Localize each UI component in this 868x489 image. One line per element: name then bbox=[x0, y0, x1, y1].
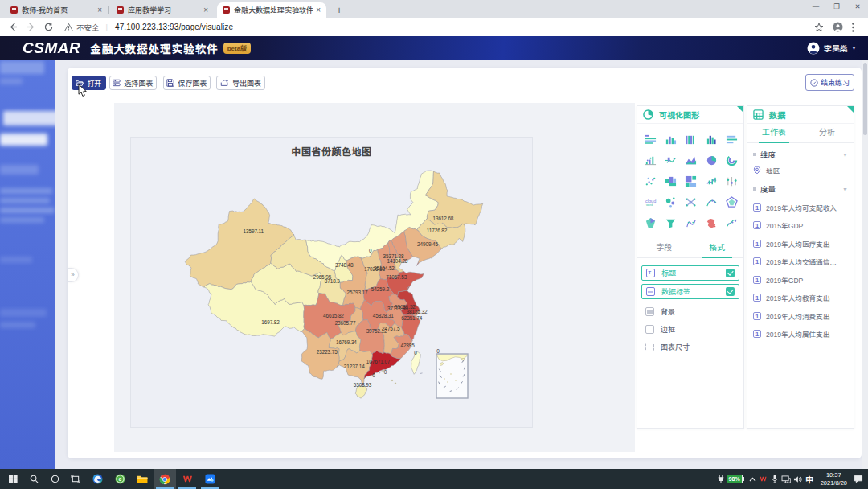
scatter-plot-icon[interactable] bbox=[641, 171, 661, 191]
tray-expand-icon[interactable] bbox=[747, 469, 758, 489]
scrollbar-thumb[interactable] bbox=[863, 63, 867, 135]
measure-item[interactable]: 12019年GDP bbox=[753, 273, 848, 286]
format-item-title[interactable]: T 标题 bbox=[641, 265, 739, 281]
sidebar-menu-item[interactable] bbox=[0, 322, 35, 328]
measure-item[interactable]: 12019年人均交通通信… bbox=[753, 255, 848, 267]
bar-line-icon[interactable] bbox=[702, 171, 722, 191]
taskbar-clock[interactable]: 10:37 2021/8/20 bbox=[821, 471, 847, 487]
browser-tab-3-active[interactable]: 金融大数据处理实验软件 × bbox=[217, 2, 326, 18]
speaker-icon[interactable] bbox=[792, 469, 803, 489]
browser-tab-1[interactable]: 教师-我的首页 × bbox=[5, 2, 108, 18]
user-menu[interactable]: 李昊燊 ▼ bbox=[807, 42, 857, 55]
sidebar-menu-item[interactable] bbox=[0, 198, 50, 203]
measure-item[interactable]: 12019年人均居住支出 bbox=[753, 327, 848, 339]
left-sidebar[interactable] bbox=[0, 60, 55, 469]
bookmark-star-icon[interactable] bbox=[814, 23, 824, 32]
window-close-button[interactable]: ✕ bbox=[847, 0, 868, 15]
sidebar-menu-item[interactable] bbox=[0, 165, 39, 175]
measure-item[interactable]: 12019年人均医疗支出 bbox=[753, 237, 848, 249]
format-item-border[interactable]: 边框 bbox=[641, 322, 739, 337]
measure-item[interactable]: 12019年人均教育支出 bbox=[753, 291, 848, 303]
curve-scatter-icon[interactable] bbox=[702, 191, 722, 212]
format-item-datalabel[interactable]: 数据标签 bbox=[641, 284, 739, 299]
profile-icon[interactable] bbox=[833, 22, 843, 32]
menu-dots-icon[interactable] bbox=[852, 23, 854, 32]
edge-icon[interactable] bbox=[86, 469, 108, 489]
sidebar-collapse-toggle[interactable]: » bbox=[68, 268, 79, 282]
select-chart-button[interactable]: 选择图表 bbox=[109, 76, 157, 90]
graph-network-icon[interactable] bbox=[681, 191, 701, 212]
donut-gauge-icon[interactable] bbox=[722, 150, 742, 171]
open-button[interactable]: 打开 bbox=[72, 76, 106, 90]
ime-indicator[interactable]: 中 bbox=[804, 469, 816, 489]
reload-icon[interactable] bbox=[44, 23, 53, 31]
sidebar-menu-item[interactable] bbox=[0, 257, 32, 263]
checkbox-checked-icon[interactable] bbox=[726, 269, 735, 277]
panel-fold-icon[interactable] bbox=[847, 106, 854, 113]
security-chip[interactable]: 不安全 | bbox=[64, 22, 108, 33]
format-item-chartsize[interactable]: 图表尺寸 bbox=[641, 339, 739, 355]
back-icon[interactable] bbox=[9, 23, 18, 31]
range-chart-icon[interactable] bbox=[661, 150, 681, 171]
histogram-icon[interactable] bbox=[702, 129, 722, 150]
forward-icon[interactable] bbox=[27, 23, 35, 31]
treemap-icon[interactable] bbox=[681, 171, 701, 191]
cortana-icon[interactable] bbox=[44, 469, 65, 489]
measure-item[interactable]: 12015年GDP bbox=[753, 219, 848, 231]
url-text[interactable]: 47.100.223.13:93/page/visualize bbox=[115, 23, 233, 31]
sidebar-menu-item[interactable] bbox=[3, 111, 55, 125]
tab-worksheet[interactable]: 工作表 bbox=[747, 124, 800, 142]
taskbar-search-icon[interactable] bbox=[23, 469, 44, 489]
checkbox-checked-icon[interactable] bbox=[726, 287, 735, 296]
new-tab-button[interactable]: + bbox=[333, 4, 346, 17]
measure-item[interactable]: 12019年人均消费支出 bbox=[753, 310, 848, 322]
power-plug-icon[interactable] bbox=[717, 469, 726, 489]
sidebar-menu-item[interactable] bbox=[0, 217, 44, 223]
drop-line-icon[interactable] bbox=[722, 171, 742, 191]
dimension-item-region[interactable]: 地区 bbox=[753, 164, 848, 176]
notification-center-icon[interactable] bbox=[853, 469, 863, 489]
measures-section[interactable]: 度量 ▼ bbox=[753, 183, 848, 195]
area-chart-icon[interactable] bbox=[681, 150, 701, 171]
panel-fold-icon[interactable] bbox=[737, 106, 743, 113]
word-cloud-icon[interactable]: cloudword bbox=[641, 191, 661, 212]
window-maximize-button[interactable]: ❐ bbox=[826, 0, 847, 15]
tab-close-icon[interactable]: × bbox=[203, 6, 208, 14]
bar-chart-icon[interactable] bbox=[661, 129, 681, 150]
tray-wps-icon[interactable] bbox=[759, 469, 769, 489]
tab-close-icon[interactable]: × bbox=[316, 6, 321, 14]
end-practice-button[interactable]: 结束练习 bbox=[805, 74, 854, 91]
browser-360-icon[interactable]: e bbox=[108, 469, 131, 489]
polygon-chart-icon[interactable] bbox=[641, 212, 661, 233]
pie-chart-icon[interactable] bbox=[702, 150, 722, 171]
sidebar-menu-item[interactable] bbox=[0, 78, 23, 84]
tab-fields[interactable]: 字段 bbox=[637, 239, 690, 257]
chart-canvas[interactable]: 中国省份颜色地图 bbox=[130, 137, 533, 428]
task-view-icon[interactable] bbox=[65, 469, 86, 489]
sidebar-menu-item[interactable] bbox=[0, 134, 47, 146]
save-chart-button[interactable]: 保存图表 bbox=[163, 76, 211, 90]
start-button[interactable] bbox=[2, 469, 23, 489]
wps-icon[interactable] bbox=[176, 469, 199, 489]
step-scatter-icon[interactable] bbox=[722, 212, 742, 233]
funnel-chart-icon[interactable] bbox=[661, 212, 681, 233]
measure-item[interactable]: 12019年人均可支配收入 bbox=[753, 201, 848, 213]
china-map-icon[interactable] bbox=[681, 212, 701, 233]
dimensions-section[interactable]: 维度 ▼ bbox=[753, 149, 848, 160]
microphone-icon[interactable] bbox=[770, 469, 780, 489]
chrome-taskbar-icon[interactable] bbox=[154, 469, 176, 489]
column-dense-icon[interactable] bbox=[681, 129, 701, 150]
export-chart-button[interactable]: 导出图表 bbox=[216, 76, 265, 90]
combo-chart-icon[interactable] bbox=[641, 150, 661, 171]
network-display-icon[interactable] bbox=[781, 469, 792, 489]
tab-close-icon[interactable]: × bbox=[97, 6, 102, 14]
sidebar-menu-item[interactable] bbox=[0, 188, 52, 194]
map-region[interactable] bbox=[379, 372, 380, 373]
sidebar-menu-item[interactable] bbox=[0, 61, 44, 74]
browser-tab-2[interactable]: 应用教学学习 × bbox=[111, 2, 214, 18]
radar-chart-icon[interactable] bbox=[722, 191, 742, 212]
bubble-chart-icon[interactable] bbox=[661, 191, 681, 212]
csmar-app-icon[interactable] bbox=[199, 469, 221, 489]
window-minimize-button[interactable]: — bbox=[805, 0, 826, 15]
tab-format[interactable]: 格式 bbox=[690, 239, 743, 257]
